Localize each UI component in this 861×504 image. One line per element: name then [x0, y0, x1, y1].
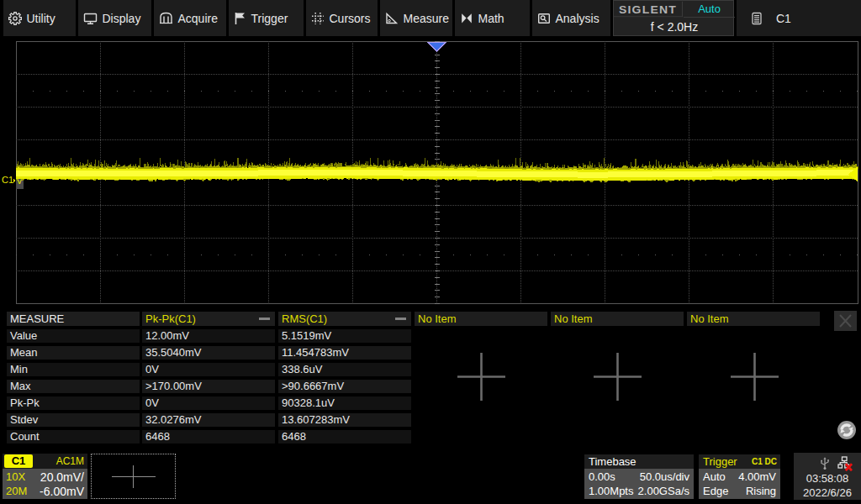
svg-text:C1: C1: [2, 175, 13, 185]
